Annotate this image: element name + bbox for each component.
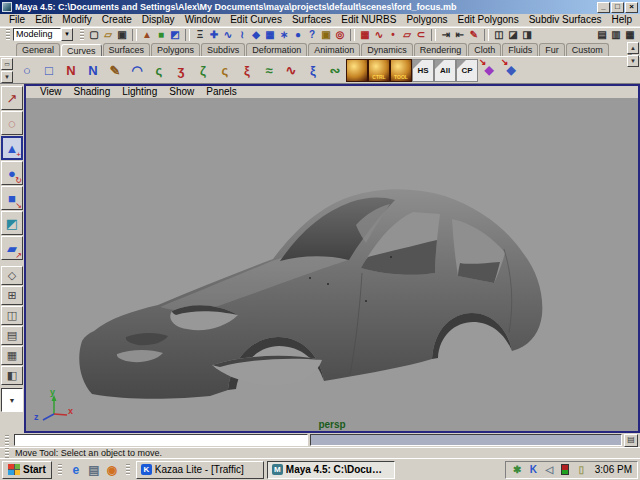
render-current-frame-icon[interactable]: ◪ bbox=[506, 28, 520, 41]
shelf-tab[interactable]: Custom bbox=[566, 43, 609, 56]
menu-item[interactable]: Display bbox=[137, 14, 180, 26]
menu-item[interactable]: Edit Curves bbox=[225, 14, 287, 26]
shelf-tab[interactable]: Animation bbox=[308, 43, 360, 56]
shelf-scroll-up-button[interactable]: ▲ bbox=[627, 42, 639, 54]
attach-curves-icon[interactable]: ς bbox=[148, 58, 170, 82]
render-view-icon[interactable]: ◫ bbox=[492, 28, 506, 41]
single-pane-layout-button[interactable]: ◇ bbox=[1, 266, 23, 285]
nurbs-square-icon[interactable]: □ bbox=[38, 58, 60, 82]
subdiv-proxy-icon[interactable]: ◆ bbox=[478, 58, 500, 82]
title-bar[interactable]: Maya 4.5: C:\Documents and Settings\Alex… bbox=[0, 0, 640, 14]
close-button[interactable]: × bbox=[625, 2, 638, 13]
menu-item[interactable]: Modify bbox=[57, 14, 96, 26]
shelf-tab[interactable]: Fluids bbox=[502, 43, 538, 56]
minimize-button[interactable]: _ bbox=[597, 2, 610, 13]
kazaa-tray-icon[interactable]: K bbox=[527, 463, 540, 476]
snap-to-grid-icon[interactable]: ▦ bbox=[358, 28, 372, 41]
menu-item[interactable]: Edit Polygons bbox=[453, 14, 524, 26]
extend-curve-icon[interactable]: ∾ bbox=[324, 58, 346, 82]
snap-to-curve-icon[interactable]: ∿ bbox=[372, 28, 386, 41]
toolbar-grip[interactable] bbox=[6, 29, 10, 40]
show-manipulator-tool-icon[interactable]: ◩ bbox=[1, 211, 23, 235]
mask-lines-icon[interactable]: ≀ bbox=[235, 28, 249, 41]
show-tool-settings-icon[interactable]: ▥ bbox=[609, 28, 623, 41]
menu-item[interactable]: Edit NURBS bbox=[336, 14, 401, 26]
mask-parm-points-icon[interactable]: ∿ bbox=[221, 28, 235, 41]
panel-menu-item[interactable]: Lighting bbox=[116, 86, 163, 98]
mask-surfaces-icon[interactable]: ◆ bbox=[249, 28, 263, 41]
shelf-menu-button[interactable]: ▼ bbox=[1, 71, 13, 83]
menu-item[interactable]: File bbox=[4, 14, 30, 26]
selection-mask-menu[interactable]: Ξ bbox=[193, 28, 207, 41]
select-tool-icon[interactable]: ↗ bbox=[1, 86, 23, 110]
subdiv-collapse-icon[interactable]: ◆ bbox=[500, 58, 522, 82]
mask-misc-icon[interactable]: ? bbox=[305, 28, 319, 41]
shelf-tab[interactable]: Fur bbox=[539, 43, 565, 56]
pencil-curve-tool-icon[interactable]: ✎ bbox=[104, 58, 126, 82]
four-pane-layout-button[interactable]: ⊞ bbox=[1, 286, 23, 305]
toolbar-grip[interactable] bbox=[80, 29, 84, 40]
shelf-tab[interactable]: General bbox=[16, 43, 60, 56]
menu-item[interactable]: Surfaces bbox=[287, 14, 336, 26]
script-editor-button[interactable]: ▤ bbox=[624, 434, 638, 447]
panel-menu-item[interactable]: Show bbox=[163, 86, 200, 98]
detach-curves-icon[interactable]: ʒ bbox=[170, 58, 192, 82]
layout-menu-button[interactable]: ▼ bbox=[1, 388, 23, 412]
hypershade-persp-layout-button[interactable]: ▦ bbox=[1, 346, 23, 365]
snap-to-point-icon[interactable]: • bbox=[386, 28, 400, 41]
insert-knot-icon[interactable]: ξ bbox=[302, 58, 324, 82]
menu-item[interactable]: Window bbox=[180, 14, 226, 26]
save-scene-icon[interactable]: ▣ bbox=[115, 28, 129, 41]
select-object-icon[interactable]: ■ bbox=[154, 28, 168, 41]
shelf-tab[interactable]: Deformation bbox=[246, 43, 307, 56]
maya-task-button[interactable]: M Maya 4.5: C:\Docume... bbox=[267, 461, 395, 479]
cp-shelf-button[interactable]: CP bbox=[456, 59, 478, 82]
show-channel-box-icon[interactable]: ▦ bbox=[623, 28, 637, 41]
taskbar-grip[interactable] bbox=[58, 464, 62, 475]
menu-set-selector[interactable]: Modeling ▼ bbox=[13, 28, 73, 41]
align-curves-icon[interactable]: ζ bbox=[192, 58, 214, 82]
persp-outliner-layout-button[interactable]: ◫ bbox=[1, 306, 23, 325]
mask-points-icon[interactable]: ✚ bbox=[207, 28, 221, 41]
make-live-icon[interactable]: ⊂ bbox=[414, 28, 428, 41]
construction-history-icon[interactable]: ✎ bbox=[467, 28, 481, 41]
show-attribute-editor-icon[interactable]: ▤ bbox=[595, 28, 609, 41]
curve-fillet-icon[interactable]: ∿ bbox=[280, 58, 302, 82]
menu-item[interactable]: Polygons bbox=[401, 14, 452, 26]
panel-menu-item[interactable]: View bbox=[34, 86, 68, 98]
command-input[interactable] bbox=[14, 434, 308, 446]
shelf-tab[interactable]: Subdivs bbox=[201, 43, 245, 56]
toolbar-separator[interactable] bbox=[431, 29, 436, 41]
shelf-tab[interactable]: Dynamics bbox=[361, 43, 413, 56]
menu-item[interactable]: Subdiv Surfaces bbox=[524, 14, 607, 26]
open-close-curve-icon[interactable]: ς bbox=[214, 58, 236, 82]
cut-curve-icon[interactable]: ξ bbox=[236, 58, 258, 82]
shelf-tab[interactable]: Cloth bbox=[468, 43, 501, 56]
show-desktop-icon[interactable]: ▤ bbox=[86, 462, 102, 478]
ep-curve-tool-icon[interactable]: N bbox=[82, 58, 104, 82]
kazaa-task-button[interactable]: K Kazaa Lite - [Traffic] bbox=[136, 461, 264, 479]
lasso-select-tool-icon[interactable]: ◌ bbox=[1, 111, 23, 135]
last-tool-icon[interactable]: ▰ ↗ bbox=[1, 236, 23, 260]
move-tool-icon[interactable]: ▲ + bbox=[1, 136, 23, 160]
scale-tool-icon[interactable]: ■ ↘ bbox=[1, 186, 23, 210]
menu-item[interactable]: Help bbox=[607, 14, 638, 26]
shelf-tabs-toggle-button[interactable]: ▭ bbox=[1, 58, 13, 70]
new-scene-icon[interactable]: ▢ bbox=[87, 28, 101, 41]
internet-explorer-icon[interactable]: e bbox=[68, 462, 84, 478]
traffic-meter-icon[interactable]: ▮ bbox=[559, 463, 572, 476]
persp-graph-layout-button[interactable]: ▤ bbox=[1, 326, 23, 345]
shelf-tab[interactable]: Surfaces bbox=[103, 43, 151, 56]
arc-tool-icon[interactable]: ◠ bbox=[126, 58, 148, 82]
maximize-button[interactable]: □ bbox=[611, 2, 624, 13]
intersect-curves-icon[interactable]: ≈ bbox=[258, 58, 280, 82]
network-icon[interactable]: ▯ bbox=[575, 463, 588, 476]
shelf-tab[interactable]: Polygons bbox=[151, 43, 200, 56]
menu-item[interactable]: Create bbox=[97, 14, 137, 26]
start-button[interactable]: Start bbox=[2, 461, 52, 479]
highlight-selection-icon[interactable]: ◎ bbox=[333, 28, 347, 41]
toolbar-grip[interactable] bbox=[5, 448, 9, 459]
snap-to-view-plane-icon[interactable]: ▱ bbox=[400, 28, 414, 41]
panel-menu-item[interactable]: Panels bbox=[200, 86, 243, 98]
open-scene-icon[interactable]: ▱ bbox=[101, 28, 115, 41]
